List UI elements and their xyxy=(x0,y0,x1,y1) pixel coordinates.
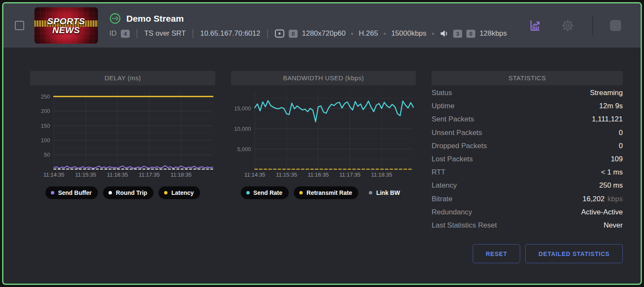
header-actions xyxy=(529,15,621,36)
stream-header: SPORTS NEWS Demo Stream ID 4 xyxy=(3,3,641,48)
stat-row: RTT< 1 ms xyxy=(432,168,623,181)
stream-info: Demo Stream ID 4 TS over SRT 10.65.167.7… xyxy=(109,13,507,38)
svg-text:11:17:35: 11:17:35 xyxy=(340,172,361,178)
delay-panel: DELAY (ms) 11:14:3511:15:3511:16:3511:17… xyxy=(30,71,215,263)
svg-text:11:18:35: 11:18:35 xyxy=(170,172,192,178)
delay-legend: Send BufferRound TripLatency xyxy=(30,186,215,199)
thumbnail-caption-line2: NEWS xyxy=(53,25,80,34)
legend-item-round-trip[interactable]: Round Trip xyxy=(103,186,153,199)
legend-item-send-rate[interactable]: Send Rate xyxy=(241,186,289,199)
video-bitrate-text: 15000kbps xyxy=(391,29,427,38)
stat-value: < 1 ms xyxy=(601,168,623,177)
stat-label: Status xyxy=(432,89,452,97)
audio-secondary-badge: 0 xyxy=(466,30,475,38)
legend-item-latency[interactable]: Latency xyxy=(159,186,200,199)
legend-item-retransmit-rate[interactable]: Retransmit Rate xyxy=(294,186,358,199)
separator xyxy=(137,29,137,38)
stream-select-checkbox[interactable] xyxy=(15,21,24,30)
stat-row: RedundancyActive-Active xyxy=(432,208,623,221)
legend-label: Send Rate xyxy=(254,189,282,196)
svg-text:11:15:35: 11:15:35 xyxy=(276,172,297,178)
stat-value: 12m 9s xyxy=(599,102,623,110)
stat-value: 109 xyxy=(611,155,623,163)
svg-text:250: 250 xyxy=(41,93,50,100)
stat-row: Uptime12m 9s xyxy=(432,102,623,115)
dot-separator xyxy=(432,33,434,35)
stat-label: Unsent Packets xyxy=(432,129,482,137)
svg-text:11:16:35: 11:16:35 xyxy=(107,172,128,178)
protocol-text: TS over SRT xyxy=(144,29,186,38)
separator xyxy=(267,29,268,38)
svg-text:50: 50 xyxy=(44,152,50,158)
stat-label: Bitrate xyxy=(432,195,452,203)
stream-title: Demo Stream xyxy=(126,14,184,24)
svg-text:11:14:35: 11:14:35 xyxy=(43,172,64,178)
statistics-panel-title: STATISTICS xyxy=(432,71,623,85)
stat-row: StatusStreaming xyxy=(432,89,623,102)
stat-row: Sent Packets1,111,121 xyxy=(432,115,623,128)
detailed-statistics-button[interactable]: DETAILED STATISTICS xyxy=(525,244,623,263)
statistics-icon[interactable] xyxy=(529,19,541,32)
svg-text:11:17:35: 11:17:35 xyxy=(139,172,160,178)
stat-row: Bitrate16,202kbps xyxy=(432,195,623,208)
statistics-rows: StatusStreamingUptime12m 9sSent Packets1… xyxy=(432,89,623,234)
stream-monitor-screen: SPORTS NEWS Demo Stream ID 4 xyxy=(0,0,644,287)
id-badge: 4 xyxy=(121,30,130,38)
address-text: 10.65.167.70:6012 xyxy=(200,29,260,38)
stat-label: Dropped Packets xyxy=(432,142,487,150)
stat-label: Last Statistics Reset xyxy=(432,221,497,230)
legend-dot xyxy=(109,191,112,194)
codec-text: H.265 xyxy=(359,29,378,38)
stop-stream-button[interactable] xyxy=(610,20,621,31)
svg-text:10,000: 10,000 xyxy=(234,126,251,132)
stat-row: Latency250 ms xyxy=(432,181,623,194)
svg-text:150: 150 xyxy=(41,123,50,129)
stat-value: 16,202kbps xyxy=(583,195,623,203)
legend-dot xyxy=(299,191,303,194)
id-label: ID xyxy=(109,29,117,38)
legend-label: Link BW xyxy=(376,189,400,196)
stat-label: Redundancy xyxy=(432,208,472,217)
stat-value: Streaming xyxy=(590,89,623,97)
svg-text:11:14:35: 11:14:35 xyxy=(244,172,265,178)
stat-unit: kbps xyxy=(608,195,623,203)
svg-text:200: 200 xyxy=(41,108,50,114)
stat-label: RTT xyxy=(432,168,446,177)
stream-meta-row: ID 4 TS over SRT 10.65.167.70:6012 0 128… xyxy=(109,29,507,38)
svg-text:100: 100 xyxy=(41,137,50,144)
audio-bitrate-text: 128kbps xyxy=(480,29,507,38)
bandwidth-chart: 11:14:3511:15:3511:16:3511:17:3511:18:35… xyxy=(231,86,416,180)
svg-text:11:15:35: 11:15:35 xyxy=(75,172,96,178)
legend-dot xyxy=(369,191,372,194)
svg-text:15,000: 15,000 xyxy=(234,105,251,112)
legend-item-send-buffer[interactable]: Send Buffer xyxy=(45,186,98,199)
speaker-icon xyxy=(440,29,449,38)
stat-value: 250 ms xyxy=(599,181,623,190)
stat-value: 1,111,121 xyxy=(592,115,623,124)
gear-icon[interactable] xyxy=(561,19,574,32)
stat-value: Active-Active xyxy=(581,208,623,217)
dashboard-body: DELAY (ms) 11:14:3511:15:3511:16:3511:17… xyxy=(3,48,641,263)
legend-label: Round Trip xyxy=(116,189,147,196)
legend-item-link-bw[interactable]: Link BW xyxy=(363,186,406,199)
legend-dot xyxy=(246,191,250,194)
delay-chart: 11:14:3511:15:3511:16:3511:17:3511:18:35… xyxy=(30,86,215,180)
thumbnail-caption-line1: SPORTS xyxy=(47,17,85,25)
statistics-actions: RESET DETAILED STATISTICS xyxy=(432,244,623,263)
separator xyxy=(192,29,193,38)
legend-label: Latency xyxy=(171,189,194,196)
video-count-badge: 0 xyxy=(289,30,298,38)
stream-thumbnail[interactable]: SPORTS NEWS xyxy=(34,7,98,44)
video-icon xyxy=(275,29,284,38)
svg-text:11:16:35: 11:16:35 xyxy=(308,172,329,178)
bandwidth-legend: Send RateRetransmit RateLink BW xyxy=(231,186,416,199)
stat-label: Uptime xyxy=(432,102,454,110)
stream-card: SPORTS NEWS Demo Stream ID 4 xyxy=(2,2,642,285)
statistics-panel: STATISTICS StatusStreamingUptime12m 9sSe… xyxy=(432,71,623,263)
legend-dot xyxy=(51,191,54,194)
audio-count-badge: 3 xyxy=(453,30,462,38)
delay-panel-title: DELAY (ms) xyxy=(30,71,215,85)
svg-text:11:18:35: 11:18:35 xyxy=(371,172,392,178)
stat-row: Last Statistics ResetNever xyxy=(432,221,623,234)
reset-button[interactable]: RESET xyxy=(473,244,521,263)
